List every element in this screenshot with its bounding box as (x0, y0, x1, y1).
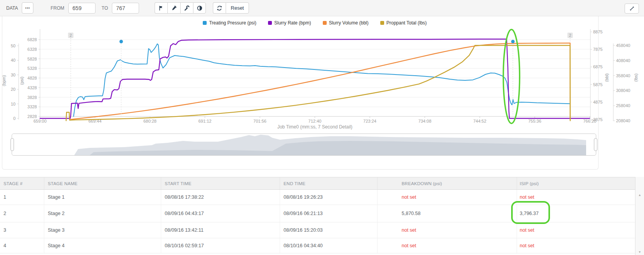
series-treating-pressure-psi (73, 44, 570, 116)
bpm-tick-label: 10 (11, 102, 16, 106)
legend-label: Slurry Volume (bbl) (329, 20, 369, 26)
series-slurry-volume-bbl (70, 43, 571, 120)
x-tick-label: 723:24 (363, 119, 376, 123)
cell-start-time: 08/08/16 17:38:22 (161, 190, 280, 205)
cell-breakdown[interactable]: 5,870.58 (378, 205, 517, 222)
psi-axis-title: (psi) (19, 76, 24, 85)
table-row[interactable]: 2Stage 208/09/16 04:43:1708/09/16 06:21:… (0, 205, 635, 222)
legend-label: Proppant Total (lbs) (386, 20, 427, 26)
stage-marker-label: 2 (70, 33, 72, 38)
legend-label: Treating Pressure (psi) (209, 20, 256, 26)
cell-breakdown[interactable]: not set (378, 238, 517, 253)
series-proppant-total-lbs (66, 45, 570, 121)
x-tick-label: 766:20 (583, 119, 596, 123)
cell-stage-name: Stage 4 (44, 238, 161, 253)
legend-item[interactable]: Treating Pressure (psi) (203, 20, 256, 26)
lbs-axis-title: (lbs) (634, 73, 638, 82)
cell-stage-number: 1 (0, 190, 44, 205)
bbl-tick-label: 7875 (593, 47, 602, 52)
series-slurry-rate-bpm (40, 39, 590, 118)
cell-stage-number: 3 (0, 222, 44, 238)
navigator-preview (12, 134, 596, 155)
lbs-tick-label: 358040 (616, 73, 630, 78)
table-header-row: STAGE #STAGE NAMESTART TIMEEND TIMEBREAK… (0, 177, 635, 190)
frac-analysis-page: DATA ••• FROM TO Reset (0, 0, 644, 255)
column-header[interactable]: END TIME (280, 177, 378, 189)
legend-item[interactable]: Proppant Total (lbs) (380, 20, 427, 26)
event-dot[interactable] (119, 40, 123, 43)
column-header[interactable]: ISIP (psi) (517, 177, 635, 189)
cell-stage-name: Stage 3 (44, 222, 161, 238)
psi-tick-label: 2828 (28, 114, 37, 119)
lbs-tick-label: 258040 (616, 103, 630, 108)
legend-swatch (203, 21, 207, 25)
bpm-tick-label: 40 (11, 58, 16, 62)
psi-tick-label: 5328 (28, 66, 37, 71)
cell-isip[interactable]: not set (517, 222, 635, 238)
cell-start-time: 08/09/16 13:42:11 (161, 222, 280, 238)
bpm-tick-label: 30 (11, 73, 16, 77)
cell-isip[interactable]: not set (517, 190, 635, 205)
x-tick-label: 659:00 (33, 119, 47, 123)
legend-item[interactable]: Slurry Rate (bpm) (268, 20, 311, 26)
x-tick-label: 691:12 (198, 119, 212, 123)
psi-tick-label: 3328 (28, 104, 37, 109)
lbs-tick-label: 408040 (616, 58, 630, 63)
cell-isip[interactable]: 3,796.37 (517, 205, 635, 222)
navigator-left-handle[interactable] (10, 138, 14, 151)
cell-end-time: 08/10/16 04:34:40 (280, 238, 378, 253)
bpm-tick-label: 50 (11, 43, 16, 48)
bpm-tick-label: 20 (11, 87, 16, 92)
legend-swatch (268, 21, 272, 25)
range-navigator[interactable] (12, 134, 596, 156)
legend-swatch (380, 21, 384, 25)
table-row[interactable]: 1Stage 108/08/16 17:38:2208/08/16 19:26:… (0, 190, 635, 205)
cell-isip[interactable]: not set (517, 238, 635, 253)
x-tick-label: 755:36 (528, 119, 541, 123)
lbs-tick-label: 208040 (616, 118, 630, 123)
bbl-tick-label: 5875 (593, 82, 602, 87)
cell-stage-name: Stage 1 (44, 190, 161, 205)
stage-table: STAGE #STAGE NAMESTART TIMEEND TIMEBREAK… (0, 177, 635, 253)
cell-stage-name: Stage 2 (44, 205, 161, 222)
scroll-down-icon[interactable]: ▼ (635, 249, 644, 255)
cell-start-time: 08/10/16 02:59:17 (161, 238, 280, 253)
scroll-up-icon[interactable]: ▲ (635, 192, 644, 198)
cell-start-time: 08/09/16 04:43:17 (161, 205, 280, 222)
cell-end-time: 08/08/16 19:26:23 (280, 190, 378, 205)
psi-tick-label: 6328 (28, 47, 37, 52)
cell-breakdown[interactable]: not set (378, 190, 517, 205)
stage-marker-label: 2 (569, 33, 571, 38)
bpm-tick-label: 0 (13, 116, 16, 121)
psi-tick-label: 3828 (28, 95, 37, 100)
table-row[interactable]: 4Stage 408/10/16 02:59:1708/10/16 04:34:… (0, 238, 635, 253)
table-scrollbar[interactable]: ▲ ▼ (635, 177, 644, 255)
table-row[interactable]: 3Stage 308/09/16 13:42:1108/09/16 15:20:… (0, 222, 635, 238)
bpm-axis-title: (bpm) (2, 75, 6, 87)
x-tick-label: 744:52 (473, 119, 486, 123)
column-header[interactable]: STAGE NAME (44, 177, 161, 189)
x-tick-label: 680:28 (143, 119, 157, 123)
lbs-tick-label: 308040 (616, 88, 630, 93)
legend-item[interactable]: Slurry Volume (bbl) (323, 20, 369, 26)
x-tick-label: 734:08 (418, 119, 432, 123)
psi-tick-label: 5828 (28, 57, 37, 61)
chart-legend: Treating Pressure (psi)Slurry Rate (bpm)… (40, 20, 590, 26)
x-axis-title: Job Time0 (mm:ss, 7 Second Detail) (277, 124, 352, 130)
cell-breakdown[interactable]: not set (378, 222, 517, 238)
psi-tick-label: 4828 (28, 76, 37, 80)
bbl-tick-label: 8875 (593, 29, 602, 34)
column-header[interactable]: START TIME (161, 177, 280, 189)
cell-stage-number: 4 (0, 238, 44, 253)
lbs-tick-label: 458040 (616, 43, 630, 48)
navigator-right-handle[interactable] (594, 138, 597, 151)
job-time-chart[interactable]: 01020304050(bpm)282833283828432848285328… (0, 0, 644, 132)
psi-tick-label: 4328 (28, 85, 37, 90)
psi-tick-label: 6828 (28, 37, 37, 42)
bbl-tick-label: 6875 (593, 64, 602, 69)
cell-end-time: 08/09/16 15:20:03 (280, 222, 378, 238)
event-dot[interactable] (511, 40, 515, 43)
column-header[interactable]: STAGE # (0, 177, 44, 189)
legend-swatch (323, 21, 327, 25)
column-header[interactable]: BREAKDOWN (psi) (378, 177, 517, 189)
